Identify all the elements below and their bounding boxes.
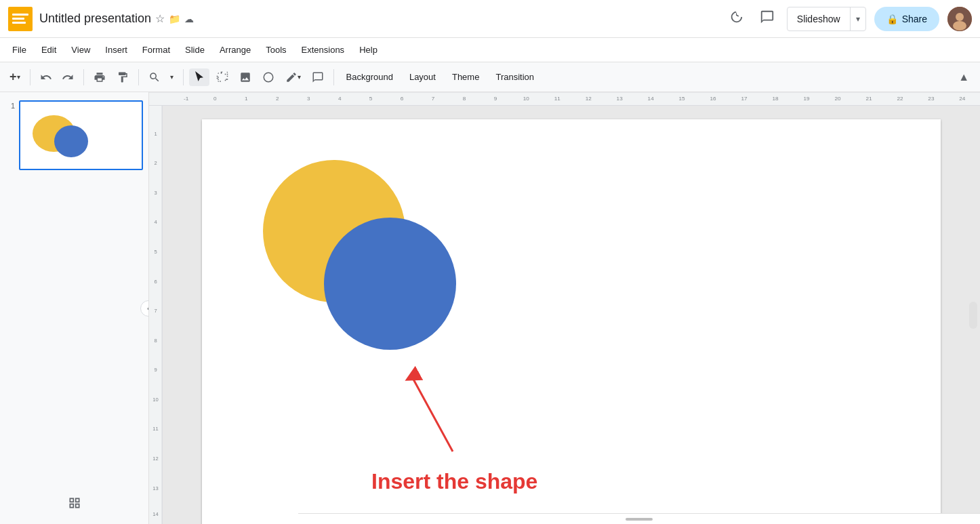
history-button[interactable]	[724, 5, 748, 32]
svg-text:18: 18	[773, 96, 779, 102]
doc-title[interactable]: Untitled presentation	[39, 12, 151, 26]
svg-text:13: 13	[152, 485, 158, 491]
svg-text:4: 4	[338, 96, 342, 102]
menu-bar: File Edit View Insert Format Slide Arran…	[0, 38, 980, 62]
svg-text:3: 3	[154, 190, 157, 196]
separator-1	[30, 69, 30, 85]
slide-item-1[interactable]: 1	[0, 98, 148, 173]
theme-button[interactable]: Theme	[445, 69, 486, 85]
top-ruler: -1 0 1 2 3 4 5 6 7 8 9 10 11 12 13 14 15…	[149, 92, 980, 106]
menu-slide[interactable]: Slide	[178, 42, 211, 58]
svg-text:10: 10	[152, 397, 158, 403]
menu-edit[interactable]: Edit	[35, 42, 63, 58]
svg-text:21: 21	[865, 96, 872, 102]
toolbar-add-group: + ▾	[5, 67, 24, 87]
svg-text:13: 13	[617, 96, 624, 102]
layout-button[interactable]: Layout	[403, 69, 443, 85]
slides-panel: 1 ‹	[0, 92, 149, 524]
canvas-area[interactable]: Insert the shape	[163, 106, 980, 524]
undo-button[interactable]	[36, 68, 56, 86]
slide-thumbnail-1[interactable]	[19, 100, 143, 170]
doc-title-area: Untitled presentation ☆ 📁 ☁	[39, 12, 724, 26]
menu-arrange[interactable]: Arrange	[213, 42, 258, 58]
menu-view[interactable]: View	[64, 42, 97, 58]
editor-body: 1 2 3 4 5 6 7 8 9 10 11 12 13 14	[149, 106, 980, 524]
svg-line-52	[412, 377, 453, 451]
redo-button[interactable]	[58, 68, 78, 86]
scroll-handle[interactable]	[626, 518, 653, 521]
image-insert-button[interactable]	[235, 68, 256, 86]
print-button[interactable]	[89, 68, 110, 86]
svg-text:5: 5	[154, 249, 157, 255]
toolbar-undo-redo	[36, 68, 78, 86]
comment-button[interactable]	[308, 68, 328, 86]
line-dropdown-icon[interactable]: ▾	[298, 73, 301, 81]
add-dropdown-icon[interactable]: ▾	[17, 73, 20, 81]
svg-text:24: 24	[959, 96, 966, 102]
slide-canvas[interactable]: Insert the shape	[202, 119, 941, 524]
title-bar: Untitled presentation ☆ 📁 ☁ Slideshow ▾ …	[0, 0, 980, 38]
svg-text:22: 22	[897, 96, 903, 102]
svg-text:7: 7	[154, 308, 157, 314]
select-tool-button[interactable]	[212, 68, 232, 86]
app-icon	[8, 7, 33, 31]
zoom-button[interactable]	[144, 68, 165, 86]
editor-area: -1 0 1 2 3 4 5 6 7 8 9 10 11 12 13 14 15…	[149, 92, 980, 524]
svg-text:1: 1	[245, 96, 248, 102]
separator-5	[333, 69, 334, 85]
svg-rect-3	[12, 22, 26, 24]
menu-insert[interactable]: Insert	[98, 42, 134, 58]
svg-text:8: 8	[463, 96, 466, 102]
thumbnail-blue-circle	[54, 125, 88, 157]
cursor-tool-button[interactable]	[189, 68, 209, 86]
toolbar-collapse-button[interactable]: ▲	[953, 68, 975, 86]
menu-tools[interactable]: Tools	[259, 42, 293, 58]
slideshow-label: Slideshow	[788, 14, 850, 24]
background-button[interactable]: Background	[340, 69, 400, 85]
zoom-dropdown-icon[interactable]: ▾	[166, 70, 178, 83]
paint-format-button[interactable]	[113, 68, 133, 86]
svg-text:4: 4	[154, 219, 157, 225]
svg-text:3: 3	[307, 96, 310, 102]
separator-4	[183, 69, 184, 85]
slideshow-button[interactable]: Slideshow ▾	[787, 7, 866, 31]
right-scroll-indicator[interactable]	[969, 302, 977, 329]
slide-number-1: 1	[5, 100, 15, 110]
svg-text:11: 11	[554, 96, 560, 102]
menu-file[interactable]: File	[5, 42, 33, 58]
svg-text:7: 7	[432, 96, 435, 102]
bottom-scrollbar[interactable]	[298, 513, 980, 524]
svg-point-5	[956, 13, 964, 21]
svg-text:23: 23	[928, 96, 935, 102]
svg-text:17: 17	[741, 96, 748, 102]
svg-text:14: 14	[648, 96, 655, 102]
svg-text:20: 20	[834, 96, 841, 102]
menu-format[interactable]: Format	[136, 42, 177, 58]
add-icon: +	[9, 70, 17, 84]
toolbar: + ▾ ▾ ▾	[0, 62, 980, 92]
grid-view-button[interactable]	[0, 491, 148, 519]
star-icon[interactable]: ☆	[155, 12, 165, 25]
share-label: Share	[902, 14, 927, 24]
svg-text:6: 6	[401, 96, 404, 102]
menu-extensions[interactable]: Extensions	[295, 42, 352, 58]
blue-circle-shape[interactable]	[324, 218, 456, 350]
svg-point-6	[953, 21, 966, 31]
shape-insert-button[interactable]	[258, 68, 279, 86]
share-button[interactable]: 🔒 Share	[874, 7, 939, 31]
user-avatar[interactable]	[947, 7, 972, 31]
menu-help[interactable]: Help	[352, 42, 384, 58]
add-slide-button[interactable]: + ▾	[5, 67, 24, 87]
slideshow-dropdown-icon[interactable]: ▾	[850, 7, 865, 31]
line-tool-button[interactable]: ▾	[281, 68, 305, 86]
svg-text:6: 6	[154, 278, 157, 284]
comments-button[interactable]	[756, 5, 779, 32]
svg-text:8: 8	[154, 338, 157, 344]
svg-text:1: 1	[154, 131, 157, 137]
panel-collapse-button[interactable]: ‹	[140, 300, 149, 317]
svg-text:9: 9	[494, 96, 497, 102]
svg-text:10: 10	[523, 96, 530, 102]
save-to-drive-icon: 📁	[169, 14, 180, 24]
transition-button[interactable]: Transition	[489, 69, 541, 85]
svg-text:-1: -1	[184, 96, 188, 102]
